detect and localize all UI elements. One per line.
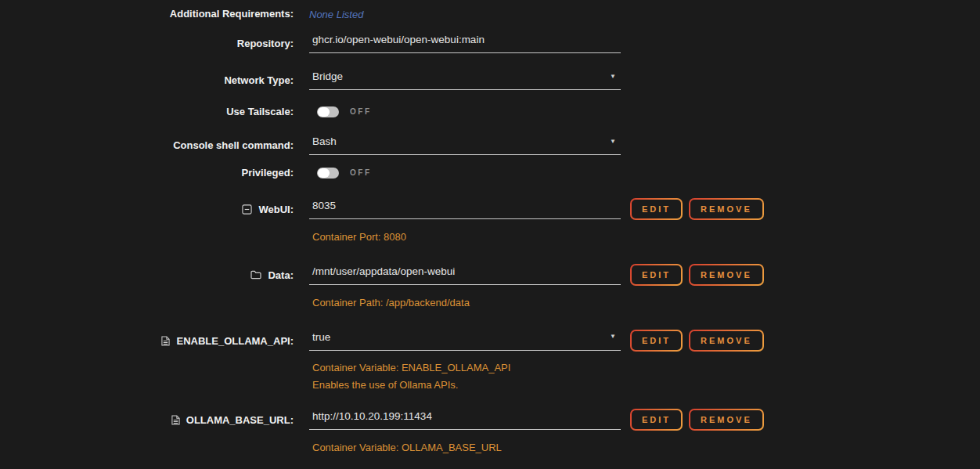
- privileged-label: Privileged:: [0, 167, 294, 179]
- webui-edit-button[interactable]: EDIT: [630, 198, 683, 220]
- webui-port-input[interactable]: 8035: [309, 200, 621, 219]
- network-type-select[interactable]: Bridge ▼: [309, 70, 621, 90]
- row-data: Data: /mnt/user/appdata/open-webui EDIT …: [0, 263, 980, 287]
- row-network-type: Network Type: Bridge ▼: [0, 70, 980, 90]
- row-enable-ollama-api: ENABLE_OLLAMA_API: true ▼ EDIT REMOVE: [0, 329, 980, 352]
- enable-ollama-api-value: true: [312, 331, 330, 343]
- field-group-ollama-base-url: OLLAMA_BASE_URL: http://10.10.20.199:114…: [0, 408, 980, 453]
- field-group-webui: WebUI: 8035 EDIT REMOVE Container Port: …: [0, 197, 980, 243]
- file-lines-icon: [171, 415, 180, 425]
- enable-ollama-api-variable-help: Container Variable: ENABLE_OLLAMA_API: [312, 362, 980, 373]
- webui-label: WebUI:: [258, 204, 294, 215]
- toggle-knob: [318, 168, 330, 178]
- repository-label: Repository:: [0, 38, 294, 49]
- row-webui: WebUI: 8035 EDIT REMOVE: [0, 197, 980, 221]
- ollama-base-url-value: http://10.10.20.199:11434: [312, 410, 432, 422]
- row-additional-requirements: Additional Requirements: None Listed: [0, 5, 980, 22]
- use-tailscale-state: OFF: [350, 107, 372, 116]
- field-group-enable-ollama-api: ENABLE_OLLAMA_API: true ▼ EDIT REMOVE Co…: [0, 329, 980, 391]
- container-settings-form: Additional Requirements: None Listed Rep…: [0, 0, 980, 453]
- row-ollama-base-url: OLLAMA_BASE_URL: http://10.10.20.199:114…: [0, 408, 980, 431]
- ollama-base-url-input[interactable]: http://10.10.20.199:11434: [309, 410, 621, 430]
- toggle-knob: [318, 107, 330, 117]
- network-type-label: Network Type:: [0, 74, 294, 86]
- folder-icon: [250, 270, 261, 280]
- ollama-base-url-variable-help: Container Variable: OLLAMA_BASE_URL: [312, 442, 980, 453]
- repository-value: ghcr.io/open-webui/open-webui:main: [312, 34, 485, 45]
- ollama-base-url-remove-button[interactable]: REMOVE: [689, 409, 764, 431]
- use-tailscale-label: Use Tailscale:: [0, 106, 294, 117]
- row-console-shell-command: Console shell command: Bash ▼: [0, 135, 980, 155]
- data-remove-button[interactable]: REMOVE: [689, 264, 764, 286]
- console-shell-command-label: Console shell command:: [0, 139, 294, 151]
- ollama-base-url-edit-button[interactable]: EDIT: [630, 409, 683, 431]
- console-shell-command-value: Bash: [312, 135, 337, 147]
- repository-input[interactable]: ghcr.io/open-webui/open-webui:main: [309, 34, 621, 53]
- webui-remove-button[interactable]: REMOVE: [689, 198, 764, 220]
- enable-ollama-api-label: ENABLE_OLLAMA_API:: [176, 335, 294, 347]
- minus-square-icon: [242, 204, 252, 215]
- data-container-path-help: Container Path: /app/backend/data: [312, 297, 980, 308]
- chevron-down-icon: ▼: [610, 334, 616, 340]
- data-edit-button[interactable]: EDIT: [630, 264, 683, 286]
- enable-ollama-api-edit-button[interactable]: EDIT: [630, 330, 683, 352]
- field-group-data: Data: /mnt/user/appdata/open-webui EDIT …: [0, 263, 980, 308]
- webui-container-port-help: Container Port: 8080: [312, 231, 980, 243]
- chevron-down-icon: ▼: [610, 74, 616, 80]
- additional-requirements-link[interactable]: None Listed: [309, 9, 363, 20]
- ollama-base-url-label: OLLAMA_BASE_URL:: [186, 414, 294, 426]
- data-path-value: /mnt/user/appdata/open-webui: [312, 265, 455, 277]
- row-repository: Repository: ghcr.io/open-webui/open-webu…: [0, 34, 980, 53]
- chevron-down-icon: ▼: [610, 139, 616, 145]
- additional-requirements-label: Additional Requirements:: [0, 8, 294, 20]
- console-shell-command-select[interactable]: Bash ▼: [309, 135, 621, 155]
- enable-ollama-api-remove-button[interactable]: REMOVE: [689, 330, 764, 352]
- row-use-tailscale: Use Tailscale: OFF: [0, 106, 980, 117]
- privileged-toggle[interactable]: [317, 168, 339, 179]
- webui-port-value: 8035: [312, 200, 336, 211]
- enable-ollama-api-description-help: Enables the use of Ollama APIs.: [312, 379, 980, 391]
- row-privileged: Privileged: OFF: [0, 167, 980, 179]
- file-lines-icon: [161, 336, 170, 346]
- network-type-value: Bridge: [312, 70, 343, 82]
- use-tailscale-toggle[interactable]: [317, 106, 339, 117]
- enable-ollama-api-select[interactable]: true ▼: [309, 331, 621, 351]
- data-path-input[interactable]: /mnt/user/appdata/open-webui: [309, 265, 621, 285]
- data-label: Data:: [268, 269, 294, 281]
- privileged-state: OFF: [350, 168, 372, 177]
